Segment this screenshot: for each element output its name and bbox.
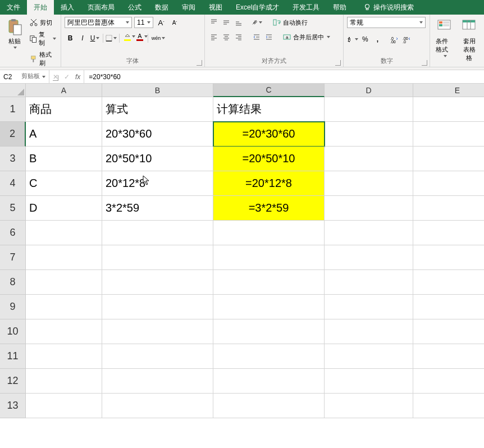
cell-C3[interactable]: =20*50*10: [213, 147, 325, 171]
border-button[interactable]: [106, 33, 117, 44]
cell-A3[interactable]: B: [26, 147, 102, 171]
row-header-5[interactable]: 5: [0, 196, 26, 221]
cell-E6[interactable]: [413, 221, 484, 245]
cell-A12[interactable]: [26, 369, 102, 394]
cell-D1[interactable]: [325, 97, 413, 122]
cell-C4[interactable]: =20*12*8: [213, 171, 325, 196]
wrap-text-button[interactable]: 自动换行: [271, 17, 309, 28]
conditional-format-button[interactable]: 条件格式: [433, 17, 456, 58]
row-header-8[interactable]: 8: [0, 270, 26, 295]
cell-B9[interactable]: [102, 295, 213, 319]
cut-button[interactable]: 剪切: [28, 17, 57, 28]
cell-D3[interactable]: [325, 147, 413, 171]
decrease-indent-button[interactable]: [251, 31, 262, 43]
cell-C7[interactable]: [213, 245, 325, 270]
cell-A13[interactable]: [26, 394, 102, 418]
copy-button[interactable]: 复制: [28, 29, 57, 48]
cell-C6[interactable]: [213, 221, 325, 245]
formula-input[interactable]: =20*30*60: [84, 70, 484, 83]
dialog-launcher-icon[interactable]: [197, 60, 202, 66]
tab-review[interactable]: 审阅: [175, 0, 202, 15]
cell-D2[interactable]: [325, 122, 413, 147]
cell-D8[interactable]: [325, 270, 413, 295]
cell-C9[interactable]: [213, 295, 325, 319]
row-header-13[interactable]: 13: [0, 394, 26, 418]
align-middle-button[interactable]: [221, 17, 232, 28]
tab-page-layout[interactable]: 页面布局: [81, 0, 121, 15]
decrease-decimal-button[interactable]: .00.0: [401, 34, 412, 45]
cell-A8[interactable]: [26, 270, 102, 295]
tab-home[interactable]: 开始: [27, 0, 54, 15]
merge-center-button[interactable]: a 合并后居中: [281, 31, 331, 43]
cell-A11[interactable]: [26, 344, 102, 369]
align-bottom-button[interactable]: [233, 17, 244, 28]
tell-me-search[interactable]: 操作说明搜索: [357, 0, 421, 15]
cell-E7[interactable]: [413, 245, 484, 270]
cell-E12[interactable]: [413, 369, 484, 394]
cell-D7[interactable]: [325, 245, 413, 270]
cell-A2[interactable]: A: [26, 122, 102, 147]
cell-C2[interactable]: =20*30*60: [213, 122, 325, 147]
cell-A1[interactable]: 商品: [26, 97, 102, 122]
cell-A7[interactable]: [26, 245, 102, 270]
cell-C1[interactable]: 计算结果: [213, 97, 325, 122]
decrease-font-button[interactable]: Aˇ: [169, 17, 180, 28]
format-table-button[interactable]: 套用 表格格: [458, 17, 481, 63]
tab-view[interactable]: 视图: [202, 0, 229, 15]
phonetic-button[interactable]: wén: [150, 33, 166, 44]
cell-D4[interactable]: [325, 171, 413, 196]
cell-E3[interactable]: [413, 147, 484, 171]
percent-button[interactable]: %: [359, 34, 371, 45]
cell-A5[interactable]: D: [26, 196, 102, 221]
cell-B8[interactable]: [102, 270, 213, 295]
cell-B5[interactable]: 3*2*59: [102, 196, 213, 221]
cell-D5[interactable]: [325, 196, 413, 221]
increase-indent-button[interactable]: [263, 31, 275, 43]
cell-B13[interactable]: [102, 394, 213, 418]
row-header-11[interactable]: 11: [0, 344, 26, 369]
cell-D13[interactable]: [325, 394, 413, 418]
col-header-B[interactable]: B: [102, 84, 213, 97]
row-header-10[interactable]: 10: [0, 319, 26, 344]
col-header-A[interactable]: A: [26, 84, 102, 97]
row-header-7[interactable]: 7: [0, 245, 26, 270]
fx-icon[interactable]: fx: [75, 73, 80, 81]
bold-button[interactable]: B: [65, 33, 76, 44]
tab-developer[interactable]: 开发工具: [286, 0, 326, 15]
cell-E2[interactable]: [413, 122, 484, 147]
align-left-button[interactable]: [208, 31, 220, 43]
paste-button[interactable]: 粘贴: [3, 17, 26, 50]
align-right-button[interactable]: [233, 31, 244, 43]
tab-data[interactable]: 数据: [148, 0, 175, 15]
cell-A4[interactable]: C: [26, 171, 102, 196]
increase-decimal-button[interactable]: .0.00: [389, 34, 400, 45]
font-color-button[interactable]: A: [134, 33, 145, 44]
format-painter-button[interactable]: 格式刷: [28, 49, 57, 68]
cell-E11[interactable]: [413, 344, 484, 369]
cell-B11[interactable]: [102, 344, 213, 369]
row-header-4[interactable]: 4: [0, 171, 26, 196]
align-top-button[interactable]: [208, 17, 220, 28]
cell-C8[interactable]: [213, 270, 325, 295]
row-header-2[interactable]: 2: [0, 122, 26, 147]
cell-C12[interactable]: [213, 369, 325, 394]
tab-formulas[interactable]: 公式: [121, 0, 148, 15]
cell-E8[interactable]: [413, 270, 484, 295]
cell-D9[interactable]: [325, 295, 413, 319]
row-header-12[interactable]: 12: [0, 369, 26, 394]
cell-C10[interactable]: [213, 319, 325, 344]
cell-B10[interactable]: [102, 319, 213, 344]
cell-A10[interactable]: [26, 319, 102, 344]
dialog-launcher-icon[interactable]: [53, 75, 58, 81]
cell-A6[interactable]: [26, 221, 102, 245]
fill-color-button[interactable]: [122, 33, 133, 44]
italic-button[interactable]: I: [77, 33, 88, 44]
cell-E9[interactable]: [413, 295, 484, 319]
tab-file[interactable]: 文件: [0, 0, 27, 15]
row-header-9[interactable]: 9: [0, 295, 26, 319]
align-center-button[interactable]: [221, 31, 232, 43]
font-name-combo[interactable]: 阿里巴巴普惠体: [65, 17, 132, 28]
cell-D6[interactable]: [325, 221, 413, 245]
dialog-launcher-icon[interactable]: [422, 60, 427, 66]
row-header-1[interactable]: 1: [0, 97, 26, 122]
